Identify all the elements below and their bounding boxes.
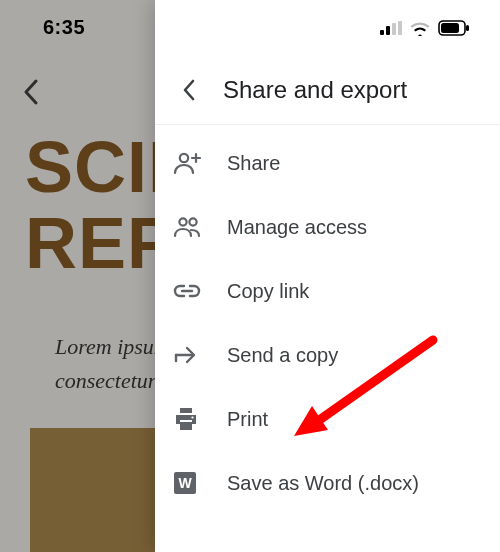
print-menu-item[interactable]: Print: [155, 387, 500, 451]
svg-rect-0: [380, 30, 384, 35]
svg-rect-1: [386, 26, 390, 35]
menu-item-label: Print: [217, 408, 268, 431]
panel-title: Share and export: [209, 76, 486, 104]
share-export-panel: Share and export Share: [155, 0, 500, 552]
send-copy-menu-item[interactable]: Send a copy: [155, 323, 500, 387]
manage-access-menu-item[interactable]: Manage access: [155, 195, 500, 259]
word-icon: W: [173, 471, 217, 495]
print-icon: [173, 407, 217, 431]
send-copy-icon: [173, 345, 217, 365]
svg-rect-5: [441, 23, 459, 33]
link-icon: [173, 283, 217, 299]
status-bar: 6:35: [0, 0, 500, 55]
svg-rect-13: [180, 408, 192, 413]
svg-rect-15: [180, 422, 192, 430]
panel-menu: Share Manage access: [155, 125, 500, 515]
svg-point-11: [189, 218, 196, 225]
modal-scrim[interactable]: [0, 0, 155, 552]
chevron-left-icon: [182, 78, 196, 102]
menu-item-label: Manage access: [217, 216, 367, 239]
svg-rect-6: [466, 25, 469, 31]
share-menu-item[interactable]: Share: [155, 131, 500, 195]
panel-header: Share and export: [155, 55, 500, 125]
menu-item-label: Copy link: [217, 280, 309, 303]
svg-text:W: W: [178, 475, 192, 491]
svg-rect-2: [392, 23, 396, 35]
save-as-word-menu-item[interactable]: W Save as Word (.docx): [155, 451, 500, 515]
panel-back-button[interactable]: [169, 78, 209, 102]
svg-point-7: [180, 154, 188, 162]
cellular-signal-icon: [380, 21, 402, 35]
svg-point-10: [179, 218, 186, 225]
menu-item-label: Save as Word (.docx): [217, 472, 419, 495]
menu-item-label: Send a copy: [217, 344, 338, 367]
menu-item-label: Share: [217, 152, 280, 175]
people-icon: [173, 216, 217, 238]
svg-rect-3: [398, 21, 402, 35]
status-indicators: [380, 20, 470, 36]
svg-point-14: [191, 416, 193, 418]
battery-icon: [438, 20, 470, 36]
wifi-icon: [409, 20, 431, 36]
copy-link-menu-item[interactable]: Copy link: [155, 259, 500, 323]
status-time: 6:35: [43, 16, 85, 39]
person-add-icon: [173, 151, 217, 175]
